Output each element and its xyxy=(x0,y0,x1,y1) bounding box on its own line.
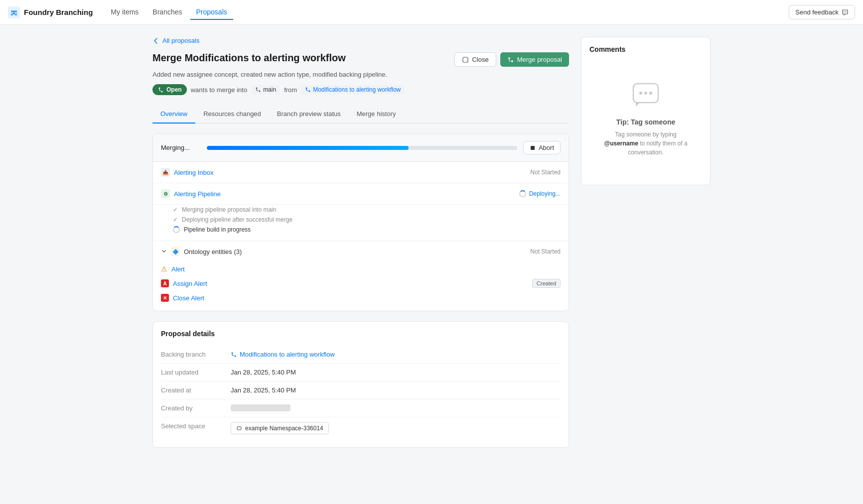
ontology-title-text: Ontology entities (3) xyxy=(184,248,242,255)
created-at-value: Jan 28, 2025, 5:40 PM xyxy=(231,386,561,394)
svg-point-5 xyxy=(508,57,510,59)
tip-title: Tip: Tag someone xyxy=(616,118,676,126)
proposal-header: Merge Modifications to alerting workflow… xyxy=(152,52,569,67)
proposal-subtitle: Added new assignee concept, created new … xyxy=(152,71,569,78)
source-branch-name: Modifications to alerting workflow xyxy=(313,86,401,93)
comments-panel: Comments Tip: Tag someone Tag someone by… xyxy=(581,37,711,185)
pipeline-status-deploying: Deploying... xyxy=(519,190,561,197)
top-navigation: Foundry Branching My items Branches Prop… xyxy=(0,0,863,25)
target-branch-chip[interactable]: main xyxy=(251,85,280,94)
open-badge-text: Open xyxy=(166,86,182,93)
app-title: Foundry Branching xyxy=(24,8,93,16)
send-feedback-label: Send feedback xyxy=(795,8,839,16)
tab-overview[interactable]: Overview xyxy=(152,105,195,124)
comments-title: Comments xyxy=(589,45,702,53)
svg-point-20 xyxy=(649,92,652,95)
alert-warn-icon: ⚠ xyxy=(161,265,167,273)
svg-point-11 xyxy=(306,88,307,89)
step-spinner xyxy=(173,226,180,233)
merge-into-text: wants to merge into xyxy=(191,86,247,94)
svg-point-6 xyxy=(511,60,513,62)
sub-step-1: ✓ Merging pipeline proposal into main xyxy=(173,205,561,215)
abort-button[interactable]: Abort xyxy=(523,141,561,154)
progress-bar-container xyxy=(207,146,517,150)
tab-merge-history[interactable]: Merge history xyxy=(349,105,404,124)
detail-row-backing-branch: Backing branch Modifications to alerting… xyxy=(161,346,561,364)
close-button[interactable]: Close xyxy=(454,52,496,67)
resource-name-inbox[interactable]: 📥 Alerting Inbox xyxy=(161,168,214,177)
svg-point-7 xyxy=(159,87,160,89)
tab-branch-preview[interactable]: Branch preview status xyxy=(269,105,349,124)
speech-bubble-icon xyxy=(631,81,661,110)
detail-row-selected-space: Selected space example Namespace-336014 xyxy=(161,417,561,439)
target-branch-name: main xyxy=(263,86,276,93)
feedback-icon xyxy=(842,9,849,16)
nav-proposals[interactable]: Proposals xyxy=(190,5,233,20)
main-content: All proposals Merge Modifications to ale… xyxy=(133,25,730,460)
nav-branches[interactable]: Branches xyxy=(146,5,188,20)
svg-point-2 xyxy=(845,11,846,12)
created-by-label: Created by xyxy=(161,404,231,412)
ontology-item-assign-alert: A Assign Alert Created xyxy=(161,276,561,291)
logo-icon xyxy=(8,6,20,18)
detail-row-created-at: Created at Jan 28, 2025, 5:40 PM xyxy=(161,381,561,399)
tab-resources-changed[interactable]: Resources changed xyxy=(195,105,269,124)
status-row: Open wants to merge into main from Modif… xyxy=(152,84,569,95)
namespace-icon xyxy=(236,425,242,431)
ontology-section: 🔷 Ontology entities (3) Not Started ⚠ Al… xyxy=(153,241,569,311)
abort-icon xyxy=(530,145,536,151)
ontology-icon: 🔷 xyxy=(171,247,180,256)
namespace-chip[interactable]: example Namespace-336014 xyxy=(231,422,329,434)
close-alert-item-name[interactable]: ✕ Close Alert xyxy=(161,294,204,302)
assign-alert-status: Created xyxy=(532,279,561,288)
source-branch-chip[interactable]: Modifications to alerting workflow xyxy=(301,85,405,94)
right-panel: Comments Tip: Tag someone Tag someone by… xyxy=(581,37,711,448)
breadcrumb[interactable]: All proposals xyxy=(152,37,569,44)
pipeline-icon: ⚙ xyxy=(161,189,170,198)
proposal-details: Proposal details Backing branch Modifica… xyxy=(152,321,569,448)
ontology-item-alert: ⚠ Alert xyxy=(161,262,561,276)
ontology-title: 🔷 Ontology entities (3) xyxy=(161,247,242,256)
proposal-title: Merge Modifications to alerting workflow xyxy=(152,52,346,64)
created-by-value-blurred xyxy=(231,404,290,411)
tabs: Overview Resources changed Branch previe… xyxy=(152,105,569,124)
svg-point-19 xyxy=(644,92,647,95)
resource-alerting-pipeline: ⚙ Alerting Pipeline Deploying... xyxy=(153,183,569,205)
header-actions: Close Merge proposal xyxy=(454,52,569,67)
nav-links: My items Branches Proposals xyxy=(105,5,233,20)
pipeline-sub-steps: ✓ Merging pipeline proposal into main ✓ … xyxy=(153,205,569,241)
svg-point-3 xyxy=(846,11,847,12)
deploying-spinner xyxy=(519,190,526,197)
close-alert-icon: ✕ xyxy=(161,294,169,302)
check-icon-1: ✓ xyxy=(173,206,178,213)
svg-point-15 xyxy=(235,355,236,357)
svg-rect-13 xyxy=(531,146,535,150)
svg-point-9 xyxy=(256,88,258,89)
svg-point-1 xyxy=(844,11,845,12)
sub-step-2: ✓ Deploying pipeline after successful me… xyxy=(173,215,561,225)
assign-alert-item-name[interactable]: A Assign Alert xyxy=(161,279,207,287)
nav-my-items[interactable]: My items xyxy=(105,5,144,20)
assign-alert-icon: A xyxy=(161,279,169,287)
detail-row-last-updated: Last updated Jan 28, 2025, 5:40 PM xyxy=(161,364,561,381)
ontology-header[interactable]: 🔷 Ontology entities (3) Not Started xyxy=(153,241,569,262)
alert-item-name[interactable]: ⚠ Alert xyxy=(161,265,185,273)
proposal-details-title: Proposal details xyxy=(161,330,561,338)
merge-proposal-button[interactable]: Merge proposal xyxy=(500,52,569,67)
inbox-icon: 📥 xyxy=(161,168,170,177)
detail-row-created-by: Created by xyxy=(161,399,561,417)
svg-point-12 xyxy=(309,91,310,92)
resource-name-pipeline[interactable]: ⚙ Alerting Pipeline xyxy=(161,189,221,198)
created-at-label: Created at xyxy=(161,386,231,394)
send-feedback-button[interactable]: Send feedback xyxy=(789,5,855,19)
chevron-down-icon xyxy=(161,249,167,254)
open-badge: Open xyxy=(152,84,187,95)
branch-source-icon xyxy=(305,87,311,93)
check-icon-2: ✓ xyxy=(173,216,178,223)
svg-point-8 xyxy=(161,91,163,92)
sub-step-3: Pipeline build in progress xyxy=(173,225,561,235)
backing-branch-value[interactable]: Modifications to alerting workflow xyxy=(231,351,335,358)
back-arrow-icon xyxy=(152,37,159,44)
svg-point-14 xyxy=(232,352,233,354)
left-panel: All proposals Merge Modifications to ale… xyxy=(152,37,569,448)
